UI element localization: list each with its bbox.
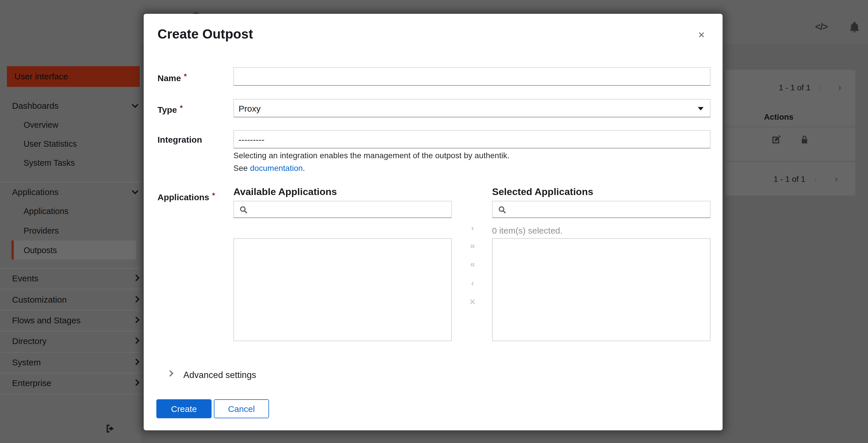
chevron-right-icon bbox=[167, 370, 174, 377]
move-all-left-button[interactable]: « bbox=[466, 259, 479, 269]
move-selected-right-button[interactable]: › bbox=[466, 223, 479, 232]
type-select[interactable]: Proxy bbox=[234, 99, 711, 117]
notification-bell-icon[interactable] bbox=[848, 21, 861, 34]
pagination-prev-icon[interactable]: ‹ bbox=[814, 175, 817, 183]
documentation-link[interactable]: documentation bbox=[250, 164, 303, 173]
selected-applications-list[interactable] bbox=[492, 238, 711, 341]
available-search bbox=[234, 201, 452, 218]
sign-out-icon[interactable] bbox=[105, 423, 115, 434]
sidebar-item-system-tasks[interactable]: System Tasks bbox=[24, 153, 127, 173]
modal-title: Create Outpost bbox=[157, 26, 253, 42]
selected-applications-title: Selected Applications bbox=[492, 186, 593, 198]
sidebar-group-flows-and-stages[interactable]: Flows and Stages bbox=[12, 309, 127, 330]
pagination-next-icon[interactable]: › bbox=[838, 83, 841, 91]
pagination-next-icon[interactable]: › bbox=[835, 175, 838, 183]
name-label-text: Name bbox=[157, 73, 181, 83]
applications-label: Applications* bbox=[157, 191, 215, 202]
move-all-right-button[interactable]: » bbox=[466, 240, 479, 250]
type-select-value: Proxy bbox=[239, 103, 261, 113]
integration-help-text: Selecting an integration enables the man… bbox=[234, 151, 509, 160]
selected-search bbox=[492, 201, 711, 218]
integration-select-value: --------- bbox=[239, 134, 265, 144]
search-icon bbox=[239, 205, 248, 214]
sidebar-item-user-statistics[interactable]: User Statistics bbox=[24, 134, 127, 154]
sidebar-group-system[interactable]: System bbox=[12, 352, 127, 372]
api-code-icon[interactable]: </> bbox=[815, 21, 828, 33]
pagination-prev-icon[interactable]: ‹ bbox=[817, 83, 820, 91]
table-divider bbox=[725, 126, 855, 127]
clear-selection-button[interactable]: ✕ bbox=[466, 297, 479, 307]
applications-label-text: Applications bbox=[157, 192, 209, 202]
caret-down-icon bbox=[698, 107, 704, 111]
type-label: Type* bbox=[157, 104, 183, 115]
actions-column-header: Actions bbox=[764, 112, 794, 121]
sidebar-group-events[interactable]: Events bbox=[12, 268, 127, 288]
name-input[interactable] bbox=[234, 67, 711, 86]
create-outpost-modal: Create Outpost ✕ Name* Type* Proxy Integ… bbox=[144, 14, 722, 430]
screen: authentik </> User interface Dashboards … bbox=[0, 0, 868, 443]
lock-icon[interactable] bbox=[800, 135, 809, 144]
see-text: See bbox=[234, 164, 250, 173]
selected-search-input[interactable] bbox=[509, 202, 707, 217]
period-text: . bbox=[303, 164, 305, 173]
pagination-label: 1 - 1 of 1 bbox=[773, 174, 805, 183]
name-label: Name* bbox=[157, 72, 187, 83]
sidebar-item-providers[interactable]: Providers bbox=[24, 221, 127, 240]
selected-count: 0 item(s) selected. bbox=[492, 226, 562, 235]
sidebar-item-overview[interactable]: Overview bbox=[24, 115, 127, 135]
available-search-input[interactable] bbox=[250, 202, 448, 217]
sidebar-group-applications[interactable]: Applications bbox=[12, 181, 127, 202]
required-marker: * bbox=[212, 191, 215, 200]
required-marker: * bbox=[184, 72, 187, 81]
sidebar-divider bbox=[0, 394, 141, 395]
edit-icon[interactable] bbox=[771, 135, 781, 144]
type-label-text: Type bbox=[157, 105, 177, 115]
available-applications-title: Available Applications bbox=[234, 186, 337, 198]
sidebar-item-outposts[interactable]: Outposts bbox=[24, 240, 127, 260]
search-icon bbox=[498, 205, 506, 214]
sidebar-group-dashboards[interactable]: Dashboards bbox=[12, 95, 127, 116]
pagination-label: 1 - 1 of 1 bbox=[779, 83, 810, 92]
sidebar-group-customization[interactable]: Customization bbox=[12, 289, 127, 309]
integration-doc-line: See documentation. bbox=[234, 164, 305, 173]
close-icon[interactable]: ✕ bbox=[698, 30, 705, 40]
sidebar-item-user-interface[interactable]: User interface bbox=[7, 66, 140, 87]
required-marker: * bbox=[180, 104, 183, 112]
sidebar-group-directory[interactable]: Directory bbox=[12, 330, 127, 351]
integration-label: Integration bbox=[157, 135, 202, 144]
integration-select[interactable]: --------- bbox=[234, 130, 711, 148]
outposts-table-card: 1 - 1 of 1 ‹ › Actions 1 - 1 of 1 ‹ › bbox=[725, 69, 855, 196]
sidebar-group-enterprise[interactable]: Enterprise bbox=[12, 372, 127, 393]
cancel-button[interactable]: Cancel bbox=[214, 399, 269, 418]
table-divider bbox=[725, 161, 855, 162]
create-button[interactable]: Create bbox=[156, 399, 212, 418]
available-applications-list[interactable] bbox=[234, 238, 452, 341]
sidebar-selected-indicator bbox=[11, 240, 14, 260]
advanced-settings-toggle[interactable]: Advanced settings bbox=[183, 370, 256, 380]
move-selected-left-button[interactable]: ‹ bbox=[466, 278, 479, 288]
sidebar-item-applications[interactable]: Applications bbox=[24, 201, 127, 221]
